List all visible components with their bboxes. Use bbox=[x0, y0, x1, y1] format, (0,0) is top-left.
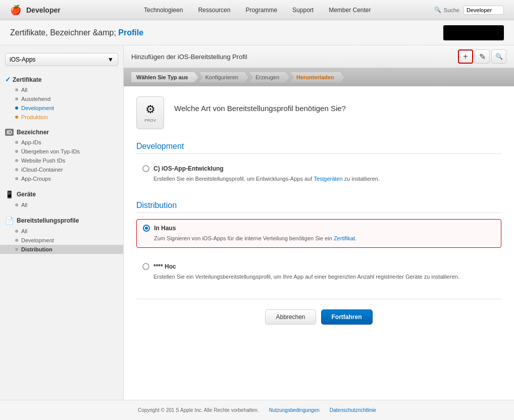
content-area: Hinzufügen der iOS-Bereitstellung Profil… bbox=[124, 45, 514, 400]
apple-logo-icon: 🍎 bbox=[10, 5, 21, 16]
sidebar-item-geraete-all[interactable]: All bbox=[0, 200, 123, 209]
dot-icon bbox=[15, 107, 18, 110]
sidebar-item-zert-ausstehend[interactable]: Ausstehend bbox=[0, 94, 123, 103]
gear-icon: ⚙ bbox=[145, 103, 156, 116]
option-header-in-haus: In Haus bbox=[143, 225, 495, 232]
sidebar-item-app-ids[interactable]: App-IDs bbox=[0, 138, 123, 147]
option-header-hoc: **** Hoc bbox=[142, 263, 495, 270]
sidebar-section-header-zertifikate: ✓ Zertifikate bbox=[0, 74, 123, 85]
search-icon: 🔍 bbox=[495, 53, 503, 60]
option-title-hoc: **** Hoc bbox=[153, 263, 176, 270]
page-header-right bbox=[443, 25, 504, 40]
question-text: Welche Art von Bereitstellungsprofil ben… bbox=[174, 96, 346, 113]
section-label-bereitstellung: Bereitstellungsprofile bbox=[17, 217, 79, 224]
development-heading: Development bbox=[136, 142, 501, 154]
dot-icon bbox=[15, 177, 18, 180]
option-title: C) iOS-App-Entwicklung bbox=[153, 165, 224, 172]
footer-buttons: Abbrechen Fortfahren bbox=[136, 299, 501, 335]
sidebar-item-zert-produktion[interactable]: Produktion bbox=[0, 113, 123, 122]
option-in-haus[interactable]: In Haus Zum Signieren von iOS-Apps für d… bbox=[136, 219, 501, 248]
sidebar-item-bprof-development[interactable]: Development bbox=[0, 236, 123, 245]
content-header-actions: + ✎ 🔍 bbox=[458, 49, 506, 64]
section-label-bezeichner: Bezeichner bbox=[17, 129, 49, 136]
prov-label: PROV bbox=[144, 118, 156, 123]
page-header-title: Zertifikate, Bezeichner &amp; Profile bbox=[10, 28, 143, 37]
section-label-geraete: Geräte bbox=[17, 191, 36, 198]
dot-icon bbox=[15, 159, 18, 162]
nav-member-center[interactable]: Member Center bbox=[329, 7, 371, 14]
nav-programme[interactable]: Programme bbox=[245, 7, 277, 14]
chevron-down-icon: ▼ bbox=[108, 56, 114, 63]
page-footer: Copyright © 201 S Apple Inc. Alle Rechte… bbox=[0, 400, 514, 420]
option-title-in-haus: In Haus bbox=[154, 225, 176, 232]
sidebar-section-zertifikate: ✓ Zertifikate All Ausstehend Development… bbox=[0, 74, 123, 122]
sidebar-item-zert-development[interactable]: Development bbox=[0, 103, 123, 113]
id-icon: ID bbox=[5, 129, 14, 136]
sidebar-section-bereitstellung: 📄 Bereitstellungsprofile All Development… bbox=[0, 215, 123, 254]
sidebar-item-app-croups[interactable]: App-Croups bbox=[0, 174, 123, 183]
step-configure: Konfigurieren bbox=[199, 72, 248, 82]
sidebar-section-header-bezeichner: ID Bezeichner bbox=[0, 127, 123, 138]
search-icon: 🔍 bbox=[434, 7, 441, 13]
option-header: C) iOS-App-Entwicklung bbox=[142, 165, 495, 172]
zertifikat-link[interactable]: Zertifikat bbox=[334, 235, 355, 241]
distribution-section: Distribution In Haus Zum Signieren von i… bbox=[136, 201, 501, 286]
nav-links: Technologieen Ressourcen Programme Suppo… bbox=[81, 7, 434, 14]
nav-search-area: 🔍 Suche bbox=[434, 6, 504, 15]
option-desc-hoc: Erstellen Sie ein Verteilungsbereitstell… bbox=[153, 273, 495, 281]
sidebar-item-website-push[interactable]: Website Push IDs bbox=[0, 156, 123, 165]
ios-apps-dropdown[interactable]: iOS-Apps ▼ bbox=[5, 53, 118, 66]
dot-icon bbox=[15, 248, 18, 251]
question-area: ⚙ PROV Welche Art von Bereitstellungspro… bbox=[136, 96, 501, 129]
step-download: Herunterladen bbox=[290, 72, 344, 82]
nav-support[interactable]: Support bbox=[292, 7, 314, 14]
nav-technologieen[interactable]: Technologieen bbox=[144, 7, 183, 14]
sidebar-section-geraete: 📱 Geräte All bbox=[0, 188, 123, 209]
add-profile-button[interactable]: + bbox=[458, 49, 473, 64]
nutzungsbedingungen-link[interactable]: Nutzungsbedingungen bbox=[269, 407, 320, 413]
dot-icon bbox=[15, 97, 18, 100]
dot-icon bbox=[15, 239, 18, 242]
copyright-text: Copyright © 201 S Apple Inc. Alle Rechte… bbox=[138, 407, 259, 413]
search-input[interactable] bbox=[464, 6, 504, 15]
top-nav: 🍎 Developer Technologieen Ressourcen Pro… bbox=[0, 0, 514, 20]
sidebar: iOS-Apps ▼ ✓ Zertifikate All Ausstehend … bbox=[0, 45, 124, 400]
user-badge bbox=[443, 25, 504, 40]
radio-in-haus[interactable] bbox=[143, 225, 150, 232]
dot-icon bbox=[15, 141, 18, 144]
doc-icon: 📄 bbox=[5, 217, 14, 225]
prov-icon: ⚙ PROV bbox=[136, 96, 164, 129]
content-subtitle: Hinzufügen der iOS-Bereitstellung bbox=[131, 53, 231, 61]
sidebar-item-bprof-all[interactable]: All bbox=[0, 227, 123, 236]
dot-icon bbox=[15, 168, 18, 171]
main-layout: iOS-Apps ▼ ✓ Zertifikate All Ausstehend … bbox=[0, 45, 514, 400]
sidebar-item-icloud[interactable]: iCloud-Container bbox=[0, 165, 123, 174]
radio-ios-entwicklung[interactable] bbox=[142, 165, 149, 172]
dropdown-label: iOS-Apps bbox=[10, 56, 35, 63]
check-icon: ✓ bbox=[5, 76, 11, 83]
page-header: Zertifikate, Bezeichner &amp; Profile bbox=[0, 20, 514, 45]
development-section: Development C) iOS-App-Entwicklung Erste… bbox=[136, 142, 501, 188]
content-header-title-area: Hinzufügen der iOS-Bereitstellung Profil bbox=[131, 53, 247, 61]
sidebar-item-typ-ids[interactable]: Übergeben von Typ-IDs bbox=[0, 147, 123, 156]
sidebar-item-bprof-distribution[interactable]: Distribution bbox=[0, 245, 123, 254]
edit-button[interactable]: ✎ bbox=[475, 49, 490, 64]
step-type: Wählen Sie Typ aus bbox=[131, 72, 198, 82]
developer-title: Developer bbox=[26, 6, 61, 14]
testgeraeten-link[interactable]: Testgeräten bbox=[314, 176, 342, 182]
sidebar-section-bezeichner: ID Bezeichner App-IDs Übergeben von Typ-… bbox=[0, 127, 123, 183]
nav-ressourcen[interactable]: Ressourcen bbox=[198, 7, 230, 14]
cancel-button[interactable]: Abbrechen bbox=[265, 309, 316, 325]
dot-icon bbox=[15, 116, 18, 119]
dot-icon bbox=[15, 230, 18, 233]
option-ios-app-entwicklung[interactable]: C) iOS-App-Entwicklung Erstellen Sie ein… bbox=[136, 160, 501, 188]
radio-hoc[interactable] bbox=[142, 263, 149, 270]
search-button[interactable]: 🔍 bbox=[491, 49, 506, 64]
option-hoc[interactable]: **** Hoc Erstellen Sie ein Verteilungsbe… bbox=[136, 258, 501, 286]
option-desc-in-haus: Zum Signieren von iOS-Apps für die inter… bbox=[154, 234, 495, 243]
sidebar-item-zert-all[interactable]: All bbox=[0, 85, 123, 94]
datenschutz-link[interactable]: Datenschutzrichtlinie bbox=[330, 407, 376, 413]
continue-button[interactable]: Fortfahren bbox=[321, 309, 373, 325]
distribution-heading: Distribution bbox=[136, 201, 501, 213]
dot-icon bbox=[15, 88, 18, 91]
